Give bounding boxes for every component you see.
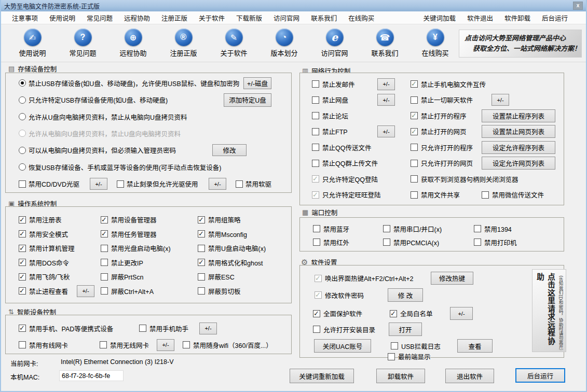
- checkbox-label[interactable]: 禁用U盘启动电脑(x): [208, 243, 266, 253]
- checkbox-label[interactable]: 禁用Msconfig: [208, 229, 247, 239]
- checkbox-label[interactable]: 禁止进程查看: [29, 286, 74, 296]
- menu-item-exit[interactable]: 软件退出: [461, 13, 499, 23]
- checkbox-label[interactable]: 禁用打印机: [484, 237, 517, 247]
- view-log-button[interactable]: 查看: [457, 339, 493, 353]
- menu-item-about[interactable]: 关于软件: [193, 13, 230, 23]
- menu-item-download[interactable]: 下载新版: [230, 13, 268, 23]
- menu-item-website[interactable]: 访问官网: [268, 13, 305, 23]
- checkbox-label[interactable]: 禁用手机助手: [149, 324, 199, 333]
- close-uac-button[interactable]: 关闭UAC账号: [314, 339, 371, 353]
- checkbox-blocked-programs[interactable]: [411, 112, 418, 119]
- checkbox-label[interactable]: 屏蔽ESC: [208, 272, 235, 282]
- checkbox-label[interactable]: 禁用1394: [484, 224, 512, 234]
- radio-restore-usb-devices[interactable]: [19, 163, 26, 171]
- checkbox-disable-usb-boot[interactable]: [198, 245, 205, 252]
- checkbox-label[interactable]: 禁止发邮件: [322, 79, 355, 89]
- radio-label[interactable]: 禁止USB存储设备(如U盘、移动硬盘)，允许使用USB鼠标、键盘和加密狗: [29, 78, 243, 88]
- uninstall-software-button[interactable]: 卸载软件: [376, 369, 425, 383]
- checkbox-label[interactable]: 禁用安全模式: [29, 229, 68, 239]
- checkbox-label[interactable]: 获取不到浏览器句柄则关闭浏览器: [421, 174, 518, 184]
- checkbox-disable-task-manager[interactable]: [101, 230, 108, 237]
- checkbox-label[interactable]: 禁止论坛: [322, 111, 348, 121]
- checkbox-disable-bluetooth[interactable]: [313, 225, 320, 232]
- radio-label[interactable]: 允许从U盘向电脑拷贝资料，禁止从电脑向U盘拷贝资料: [29, 112, 291, 122]
- modify-password-button[interactable]: 修改: [212, 144, 247, 156]
- checkbox-block-qq-file[interactable]: [312, 144, 319, 151]
- checkbox-block-wechat-file[interactable]: [482, 191, 489, 199]
- checkbox-label[interactable]: 禁用串口/并口(x): [393, 224, 442, 234]
- menu-item-keywords-load[interactable]: 关键词加载: [417, 13, 461, 23]
- set-blocked-programs-button[interactable]: 设置禁止程序列表: [482, 109, 555, 122]
- menu-item-notes[interactable]: 注意事项: [6, 13, 44, 23]
- checkbox-block-ftp[interactable]: [312, 128, 319, 135]
- checkbox-block-esc[interactable]: [198, 273, 205, 281]
- checkbox-label[interactable]: 屏蔽剪切板: [208, 286, 241, 296]
- checkbox-label[interactable]: 禁用任务管理器: [111, 229, 157, 239]
- checkbox-disable-phone-pad[interactable]: [19, 325, 26, 332]
- checkbox-block-phone-pc-transfer[interactable]: [411, 80, 418, 88]
- checkbox-block-process-view[interactable]: [19, 287, 26, 295]
- checkbox-label[interactable]: 禁用光盘启动电脑(x): [111, 243, 171, 253]
- background-run-button[interactable]: 后台运行: [515, 368, 565, 383]
- toolbar-buy-online[interactable]: ¥ 在线购买: [410, 29, 460, 58]
- modify-button[interactable]: 修 改: [388, 288, 423, 302]
- checkbox-label[interactable]: 禁用微信传送文件: [492, 190, 544, 200]
- checkbox-label[interactable]: 禁止打开的程序: [421, 111, 467, 121]
- checkbox-label[interactable]: 禁止FTP: [322, 127, 348, 136]
- checkbox-label[interactable]: 禁止手机电脑文件互传: [421, 79, 486, 89]
- checkbox-block-burning[interactable]: [117, 180, 124, 188]
- checkbox-label[interactable]: 禁用注册表: [29, 215, 62, 225]
- checkbox-label[interactable]: 禁用有线网卡: [29, 340, 100, 350]
- netdisk-plus-minus-button[interactable]: +/-: [377, 94, 395, 106]
- checkbox-disable-computer-mgmt[interactable]: [19, 245, 26, 252]
- change-hotkey-button[interactable]: 修改热键: [431, 272, 473, 285]
- checkbox-label[interactable]: 允许打开安装目录: [323, 325, 386, 334]
- add-specific-usb-button[interactable]: 添加特定U盘: [224, 93, 271, 107]
- toolbar-remote-assist[interactable]: ⊕ 远程协助: [108, 29, 158, 58]
- checkbox-disable-device-manager[interactable]: [101, 216, 108, 223]
- radio-usb-to-pc-only[interactable]: [19, 113, 26, 120]
- toolbar-editions[interactable]: ◔ 版本划分: [259, 29, 309, 58]
- phone-assistant-plus-minus-button[interactable]: +/-: [199, 323, 217, 334]
- checkbox-label[interactable]: 禁止网盘: [322, 95, 348, 105]
- checkbox-label[interactable]: 禁用软驱: [245, 179, 271, 189]
- chat-plus-minus-button[interactable]: +/-: [492, 94, 509, 106]
- checkbox-block-qq-group-upload[interactable]: [312, 160, 319, 167]
- toolbar-about[interactable]: ✎ 关于软件: [209, 29, 259, 58]
- set-blocked-webpages-button[interactable]: 设置禁止网页列表: [482, 125, 555, 138]
- product-center-banner[interactable]: 点击访问大势至网络管理产品中心 获取全方位、一站式网络解决方案！: [459, 30, 582, 58]
- checkbox-label[interactable]: 禁用无线网卡: [110, 340, 157, 350]
- checkbox-usb-log[interactable]: [391, 342, 398, 349]
- checkbox-label[interactable]: 屏蔽Ctrl+Alt+A: [111, 286, 154, 296]
- checkbox-blocked-webpages[interactable]: [411, 128, 418, 135]
- checkbox-label[interactable]: 禁用设备管理器: [111, 215, 157, 225]
- checkbox-specific-qq-only[interactable]: [312, 175, 319, 183]
- checkbox-hotkey[interactable]: [315, 275, 322, 282]
- whitelist-plus-minus-button[interactable]: +/-: [450, 307, 473, 320]
- checkbox-block-prtscn[interactable]: [101, 273, 108, 281]
- menu-item-usage[interactable]: 使用说明: [44, 13, 81, 23]
- checkbox-label[interactable]: 禁用计算机管理: [29, 243, 75, 253]
- checkbox-label[interactable]: 禁止刻录但允许光驱使用: [127, 179, 209, 189]
- toolbar-website[interactable]: e 访问官网: [309, 29, 360, 58]
- checkbox-disable-pcmcia[interactable]: [383, 239, 390, 246]
- checkbox-disable-wired-nic[interactable]: [19, 341, 26, 348]
- checkbox-label[interactable]: 最前端显示: [398, 352, 431, 361]
- checkbox-disable-format-ghost[interactable]: [198, 259, 205, 266]
- open-button[interactable]: 打开: [389, 323, 422, 336]
- checkbox-disable-cd-boot[interactable]: [101, 245, 108, 252]
- set-allowed-programs-button[interactable]: 设定允许程序列表: [482, 141, 555, 154]
- toolbar-contact[interactable]: ☎ 联系我们: [360, 29, 410, 58]
- checkbox-label[interactable]: 禁用手机、PAD等便携式设备: [29, 324, 139, 333]
- radio-label[interactable]: 恢复USB存储设备、手机或蓝牙等设备的使用(可手动点击恢复设备): [29, 162, 291, 172]
- ftp-plus-minus-button[interactable]: +/-: [377, 125, 395, 137]
- checkbox-disable-file-sharing[interactable]: [411, 191, 418, 199]
- checkbox-disable-group-policy[interactable]: [198, 216, 205, 223]
- menu-item-faq[interactable]: 常见问题: [81, 13, 118, 23]
- checkbox-specific-wangwang-only[interactable]: [312, 191, 319, 199]
- reload-keywords-button[interactable]: 关键词重新加载: [290, 369, 354, 383]
- toolbar-faq[interactable]: ? 常见问题: [58, 29, 108, 58]
- checkbox-block-all-chat[interactable]: [411, 96, 418, 104]
- checkbox-label[interactable]: 禁用蓝牙: [323, 224, 349, 234]
- checkbox-allowed-webpages-only[interactable]: [411, 160, 418, 167]
